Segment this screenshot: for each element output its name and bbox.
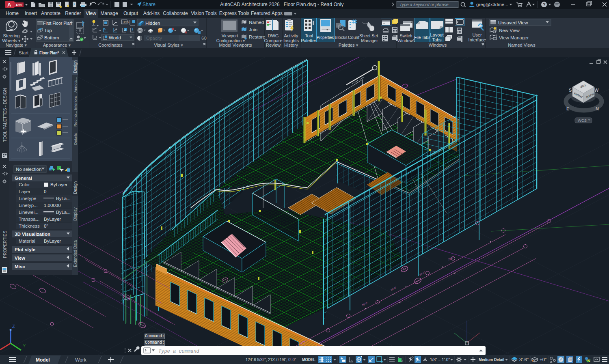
svg-text:UCS: UCS [123, 21, 129, 24]
svg-text:Design: Design [73, 60, 78, 73]
svg-text:Extended Data: Extended Data [73, 240, 78, 267]
svg-text:greg@x3dme...: greg@x3dme... [476, 2, 508, 7]
svg-text:Model Viewports: Model Viewports [219, 43, 252, 47]
svg-text:MODEL: MODEL [302, 357, 315, 362]
svg-text:User: User [472, 32, 482, 37]
svg-text:Floor Plan*: Floor Plan* [39, 50, 59, 55]
svg-text:New View: New View [499, 28, 520, 33]
svg-text:Interiors: Interiors [73, 96, 78, 110]
svg-text:Design: Design [73, 181, 78, 194]
svg-text:20'-0": 20'-0" [419, 271, 425, 276]
svg-text:3D Visualization: 3D Visualization [15, 232, 50, 237]
svg-text:N: N [596, 106, 599, 111]
svg-text:20'-0": 20'-0" [448, 256, 454, 261]
svg-text:History: History [284, 43, 298, 47]
svg-text:First Floor Plan: First Floor Plan [43, 21, 72, 26]
svg-text:1/8" = 1'-0": 1/8" = 1'-0" [430, 357, 450, 362]
svg-text:A: A [7, 2, 11, 8]
svg-text:Z: Z [124, 28, 126, 31]
svg-text:Misc: Misc [15, 264, 25, 269]
svg-text:Properties: Properties [317, 35, 334, 40]
svg-text:Interface: Interface [469, 37, 486, 42]
svg-text:Visual Styles ▾: Visual Styles ▾ [154, 43, 183, 47]
svg-text:File Tabs: File Tabs [414, 35, 430, 40]
svg-text:60: 60 [201, 36, 207, 41]
svg-text:PROPERTIES: PROPERTIES [2, 231, 7, 258]
svg-text:+0": +0" [540, 357, 546, 362]
svg-text:Linewei...: Linewei... [19, 210, 39, 215]
svg-text:Type a keyword or phrase: Type a keyword or phrase [400, 2, 449, 7]
svg-text:Details: Details [73, 133, 78, 145]
svg-text:ByLayer: ByLayer [44, 217, 61, 222]
svg-text:3: 3 [132, 28, 134, 31]
svg-text:Top: Top [44, 28, 52, 33]
svg-text:ByLa...: ByLa... [56, 210, 71, 215]
svg-text:Join: Join [249, 27, 257, 32]
svg-text:Insights: Insights [283, 38, 299, 43]
svg-text:Compare: Compare [264, 38, 282, 43]
svg-text:Transpa...: Transpa... [19, 217, 39, 222]
svg-text:Plot style: Plot style [15, 247, 35, 252]
svg-text:Display: Display [73, 207, 78, 221]
svg-text:1.00000: 1.00000 [44, 203, 61, 208]
svg-text:Activity: Activity [284, 33, 298, 38]
svg-text:20'-0": 20'-0" [362, 302, 368, 306]
svg-text:Color: Color [19, 182, 30, 187]
svg-text:Windows: Windows [429, 43, 447, 47]
svg-text:S: S [569, 88, 572, 93]
svg-text:Tabs: Tabs [432, 37, 442, 42]
svg-text:Annota...: Annota... [73, 77, 78, 93]
svg-text:Bottom: Bottom [44, 35, 59, 40]
svg-text:DWG: DWG [268, 33, 279, 38]
svg-text:Count: Count [348, 35, 359, 40]
svg-text:View: View [15, 256, 25, 261]
svg-text:3'-6": 3'-6" [519, 357, 529, 362]
svg-text:Review: Review [266, 43, 281, 47]
svg-text:Wheels ▾: Wheels ▾ [2, 38, 21, 43]
svg-text:Windows: Windows [397, 38, 415, 43]
svg-text:Start: Start [19, 50, 29, 55]
svg-text:Hidden: Hidden [145, 21, 160, 26]
svg-text:Unsaved View: Unsaved View [498, 20, 528, 25]
svg-text:20'-0": 20'-0" [390, 286, 397, 291]
svg-text:Steering: Steering [3, 33, 20, 38]
svg-text:Viewport: Viewport [222, 33, 238, 38]
svg-text:Restore: Restore [249, 34, 265, 39]
svg-text:Blocks: Blocks [335, 35, 348, 40]
svg-text:?: ? [543, 2, 546, 7]
svg-text:TOOL PALETTES - DESIGN: TOOL PALETTES - DESIGN [2, 88, 7, 142]
svg-text:Palettes ▾: Palettes ▾ [339, 43, 358, 47]
svg-text:View Manager: View Manager [499, 35, 529, 40]
svg-text:Switch: Switch [400, 33, 412, 38]
svg-text:Thickness: Thickness [19, 224, 40, 228]
svg-text:Named: Named [249, 20, 264, 25]
svg-text:General: General [15, 176, 32, 181]
svg-text:Linetyp...: Linetyp... [19, 203, 38, 208]
svg-text:ByLayer: ByLayer [50, 182, 67, 187]
svg-text:Navigate ▾: Navigate ▾ [6, 43, 27, 47]
svg-text:Work: Work [75, 357, 87, 363]
svg-text:Sheet Set: Sheet Set [359, 33, 378, 38]
svg-text:0: 0 [44, 189, 46, 194]
svg-text:Linetype: Linetype [19, 196, 36, 201]
svg-text:124'-6 9/32", 213'-0 1/8", 0'-: 124'-6 9/32", 213'-0 1/8", 0'-0" [246, 357, 296, 362]
svg-text:Configuration ▾: Configuration ▾ [216, 38, 245, 43]
svg-text:Named Views: Named Views [508, 43, 536, 47]
svg-text:Z: Z [12, 324, 15, 329]
svg-text:Appearance ▾: Appearance ▾ [43, 43, 71, 47]
svg-text:Layer: Layer [19, 189, 30, 194]
svg-text:ByLayer: ByLayer [44, 239, 61, 243]
svg-text:0": 0" [44, 224, 48, 228]
svg-text:ARC: ARC [16, 4, 22, 6]
svg-text:Manager: Manager [361, 38, 378, 43]
svg-text:Layout: Layout [430, 32, 443, 37]
svg-text:Material: Material [19, 239, 35, 243]
svg-text:E: E [566, 106, 569, 111]
svg-text:ByLa...: ByLa... [56, 196, 71, 201]
svg-text:Opacity: Opacity [146, 36, 162, 41]
svg-text:Coordinates: Coordinates [98, 43, 123, 47]
svg-text:Y: Y [23, 343, 26, 348]
svg-text:W: W [594, 88, 599, 93]
svg-text:Medium Detail: Medium Detail [479, 357, 504, 362]
svg-text:Type a command: Type a command [158, 349, 200, 354]
